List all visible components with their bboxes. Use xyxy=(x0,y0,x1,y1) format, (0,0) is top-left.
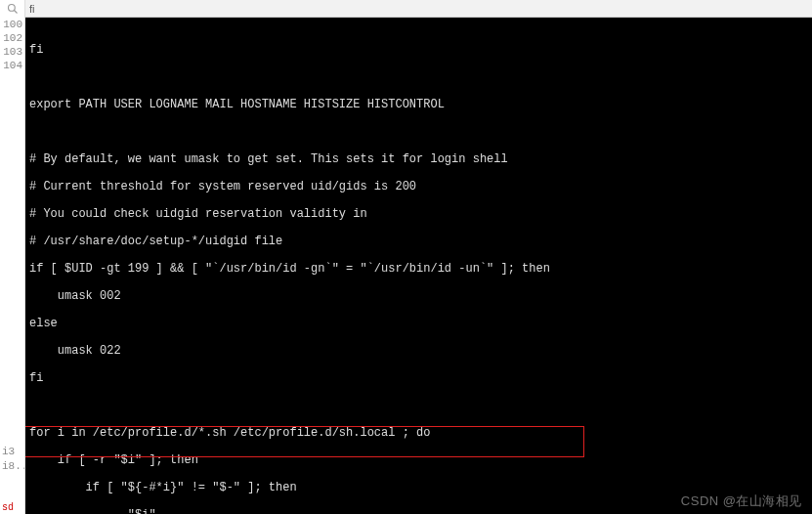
code-line: if [ $UID -gt 199 ] && [ "`/usr/bin/id -… xyxy=(29,262,808,276)
editor-gutter: 100 102 103 104 i3 i8... sd xyxy=(0,0,25,514)
code-line: fi xyxy=(29,371,808,385)
code-line: for i in /etc/profile.d/*.sh /etc/profil… xyxy=(29,426,808,440)
code-line xyxy=(29,125,808,139)
search-bar[interactable] xyxy=(25,0,812,18)
line-number: 100 xyxy=(0,18,24,31)
code-block: fi export PATH USER LOGNAME MAIL HOSTNAM… xyxy=(29,29,808,514)
code-line: export PATH USER LOGNAME MAIL HOSTNAME H… xyxy=(29,98,808,111)
gutter-spacer xyxy=(0,72,24,445)
code-line: if [ -r "$i" ]; then xyxy=(29,453,808,467)
code-line: # /usr/share/doc/setup-*/uidgid file xyxy=(29,235,808,248)
svg-line-1 xyxy=(14,11,17,14)
code-line: if [ "${-#*i}" != "$-" ]; then xyxy=(29,481,808,494)
code-line: fi xyxy=(29,43,808,57)
line-number: i8... xyxy=(0,459,24,474)
code-line: # You could check uidgid reservation val… xyxy=(29,207,808,221)
code-line: umask 022 xyxy=(29,344,808,358)
code-line: umask 002 xyxy=(29,289,808,303)
line-number: i3 xyxy=(0,445,24,459)
code-line: # Current threshold for system reserved … xyxy=(29,180,808,193)
code-line: else xyxy=(29,317,808,330)
code-line: . "$i" xyxy=(29,508,808,514)
svg-point-0 xyxy=(8,5,15,12)
code-line xyxy=(29,399,808,412)
gutter-indicator: sd xyxy=(0,501,24,514)
code-line xyxy=(29,70,808,84)
line-number: 102 xyxy=(0,31,24,45)
code-line: # By default, we want umask to get set. … xyxy=(29,152,808,166)
gutter-gap xyxy=(0,474,24,501)
line-number: 104 xyxy=(0,59,24,72)
line-number: 103 xyxy=(0,45,24,59)
terminal-output[interactable]: fi export PATH USER LOGNAME MAIL HOSTNAM… xyxy=(25,0,812,514)
search-input[interactable] xyxy=(29,3,808,15)
search-icon[interactable] xyxy=(0,0,24,18)
